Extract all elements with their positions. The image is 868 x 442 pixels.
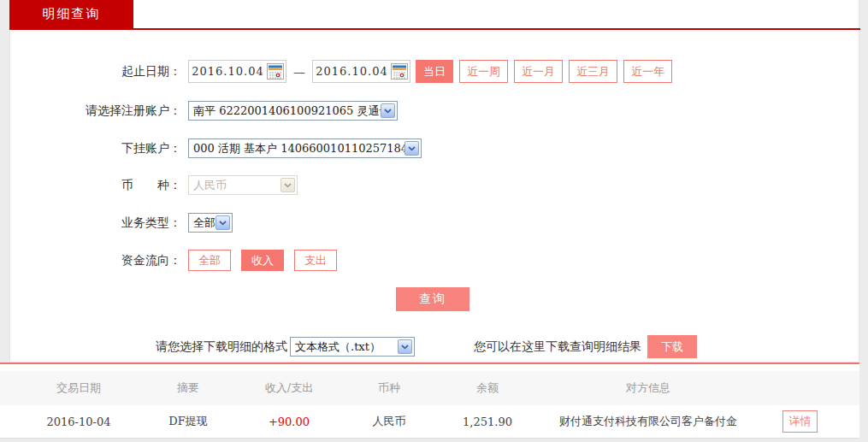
currency-label: 币 种： xyxy=(10,178,181,193)
header-counterparty: 对方信息 xyxy=(556,380,741,396)
table-header-row: 交易日期 摘要 收入/支出 币种 余额 对方信息 xyxy=(0,371,859,405)
register-account-label: 请选择注册账户： xyxy=(10,103,181,119)
header-summary: 摘要 xyxy=(157,380,219,396)
cell-currency: 人民币 xyxy=(359,414,419,429)
quick-range-week-button[interactable]: 近一周 xyxy=(459,60,508,83)
detail-button[interactable]: 详情 xyxy=(782,410,818,433)
end-date-value: 2016.10.04 xyxy=(313,65,391,78)
register-account-row: 请选择注册账户： 南平 6222001406100921065 灵通卡 xyxy=(10,101,859,121)
tab-detail-query[interactable]: 明细查询 xyxy=(9,0,133,28)
download-button[interactable]: 下载 xyxy=(647,335,697,358)
quick-range-today-button[interactable]: 当日 xyxy=(416,60,453,83)
header-amount: 收入/支出 xyxy=(219,380,359,396)
quick-range-quarter-button[interactable]: 近三月 xyxy=(569,60,617,83)
currency-row: 币 种： 人民币 xyxy=(10,175,859,195)
date-range-label: 起止日期： xyxy=(10,64,181,80)
fund-flow-label: 资金流向： xyxy=(10,253,181,268)
cell-balance: 1,251.90 xyxy=(419,415,556,428)
quick-range-month-button[interactable]: 近一月 xyxy=(514,60,563,83)
calendar-icon[interactable] xyxy=(267,63,284,80)
download-format-select[interactable]: 文本格式（.txt） xyxy=(290,337,415,357)
download-format-value: 文本格式（.txt） xyxy=(295,339,381,355)
sub-account-row: 下挂账户： 000 活期 基本户 1406600101102571848 xyxy=(10,138,859,158)
tab-label: 明细查询 xyxy=(43,6,101,22)
download-format-label: 请您选择下载明细的格式 xyxy=(156,339,287,355)
sub-account-label: 下挂账户： xyxy=(10,141,181,156)
date-range-separator: — xyxy=(293,65,305,79)
fund-flow-all-button[interactable]: 全部 xyxy=(188,250,231,271)
result-table: 交易日期 摘要 收入/支出 币种 余额 对方信息 2016-10-04 DF提现… xyxy=(0,362,859,439)
chevron-down-icon xyxy=(398,339,412,354)
currency-value: 人民币 xyxy=(193,178,227,193)
cell-amount: +90.00 xyxy=(219,415,359,428)
fund-flow-row: 资金流向： 全部 收入 支出 xyxy=(10,250,859,271)
end-date-input[interactable]: 2016.10.04 xyxy=(312,60,410,83)
header-trade-date: 交易日期 xyxy=(0,380,157,396)
download-hint: 您可以在这里下载查询明细结果 xyxy=(474,339,641,355)
cell-counterparty: 财付通支付科技有限公司客户备付金 xyxy=(556,414,741,429)
register-account-value: 南平 6222001406100921065 灵通卡 xyxy=(193,103,390,119)
business-type-select[interactable]: 全部 xyxy=(188,213,233,233)
header-currency: 币种 xyxy=(359,380,419,396)
fund-flow-expense-button[interactable]: 支出 xyxy=(294,250,337,271)
table-row: 2016-10-04 DF提现 +90.00 人民币 1,251.90 财付通支… xyxy=(0,405,859,439)
sub-account-select[interactable]: 000 活期 基本户 1406600101102571848 xyxy=(188,138,422,158)
business-type-label: 业务类型： xyxy=(10,215,181,231)
cell-summary: DF提现 xyxy=(157,414,219,429)
header-balance: 余额 xyxy=(419,380,556,396)
start-date-value: 2016.10.04 xyxy=(189,65,267,78)
start-date-input[interactable]: 2016.10.04 xyxy=(188,60,286,83)
quick-range-year-button[interactable]: 近一年 xyxy=(623,60,672,83)
chevron-down-icon xyxy=(280,178,295,192)
chevron-down-icon xyxy=(381,103,395,118)
fund-flow-income-button[interactable]: 收入 xyxy=(241,250,284,271)
query-form-panel: 明细查询 起止日期： 2016.10.04 xyxy=(9,0,859,362)
cell-trade-date: 2016-10-04 xyxy=(0,415,157,428)
download-row: 请您选择下载明细的格式 文本格式（.txt） 您可以在这里下载查询明细结果 下载 xyxy=(156,335,697,358)
date-range-row: 起止日期： 2016.10.04 xyxy=(10,60,859,83)
register-account-select[interactable]: 南平 6222001406100921065 灵通卡 xyxy=(188,101,398,121)
currency-select: 人民币 xyxy=(188,175,298,195)
tab-underline xyxy=(9,28,860,30)
calendar-icon[interactable] xyxy=(391,63,408,80)
chevron-down-icon xyxy=(404,141,419,156)
detail-query-page: 明细查询 起止日期： 2016.10.04 xyxy=(0,0,868,442)
query-button[interactable]: 查询 xyxy=(396,287,469,311)
sub-account-value: 000 活期 基本户 1406600101102571848 xyxy=(193,141,415,156)
chevron-down-icon xyxy=(216,215,230,230)
business-type-value: 全部 xyxy=(193,215,216,231)
business-type-row: 业务类型： 全部 xyxy=(10,213,859,233)
